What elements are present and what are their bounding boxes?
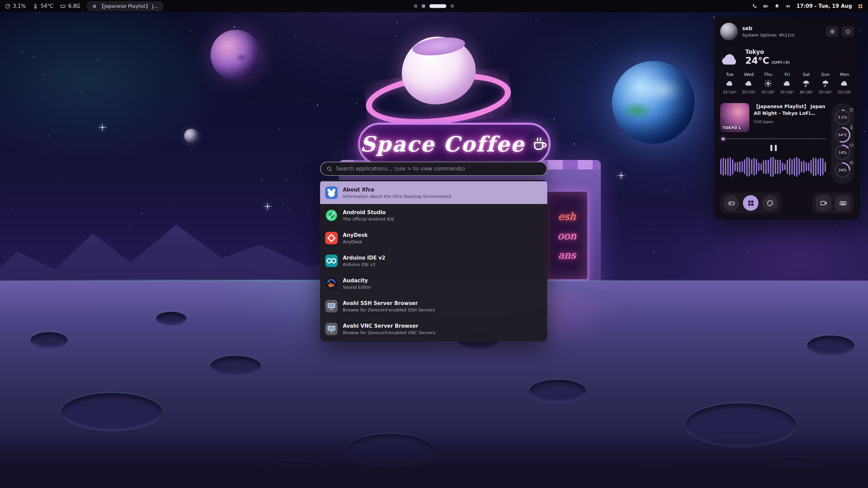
memory-icon: [60, 3, 66, 9]
game-controller-button[interactable]: [724, 195, 739, 211]
launcher-item-arduino[interactable]: Arduino IDE v2 Arduino IDE v2: [320, 249, 547, 272]
cloud-icon: [745, 79, 753, 88]
app-grid-icon[interactable]: [857, 3, 863, 9]
seek-knob[interactable]: [722, 137, 725, 140]
now-playing-pill[interactable]: 【Japanese Playlist】 J...: [87, 2, 163, 11]
workspace-indicator: [414, 4, 454, 8]
app-description: AnyDesk: [343, 239, 368, 244]
palette-button[interactable]: [762, 195, 778, 211]
avatar: [720, 23, 738, 40]
app-name: Arduino IDE v2: [343, 255, 386, 261]
small-moon: [184, 129, 198, 143]
quick-controls: [720, 192, 854, 214]
cloud-icon: [726, 79, 734, 88]
speedometer-icon: [5, 3, 11, 9]
thermometer-icon: [849, 125, 854, 129]
cloud-icon: [783, 79, 791, 88]
audacity-icon: [325, 277, 338, 290]
cpu-stat: 3.1%: [5, 3, 26, 9]
forecast-day: Mon 33°/26°: [835, 72, 854, 94]
launcher-item-avahi-ssh[interactable]: Avahi SSH Server Browser Browse for Zero…: [320, 295, 547, 318]
sparkle-star: [616, 171, 626, 180]
crater: [210, 356, 261, 376]
memory-stat: 6.8G: [60, 3, 80, 9]
sparkle-star: [98, 123, 107, 132]
workspace-dot-4[interactable]: [451, 4, 454, 8]
keyboard-button[interactable]: [835, 195, 851, 211]
volume-icon[interactable]: [785, 3, 791, 9]
workspace-dot-3-active[interactable]: [430, 4, 447, 8]
app-name: AnyDesk: [343, 232, 368, 238]
username: seb: [742, 25, 794, 32]
arduino-icon: [325, 255, 338, 267]
crater: [807, 336, 854, 356]
android-studio-icon: [325, 209, 338, 222]
search-icon: [326, 166, 333, 172]
disk-icon: [849, 160, 854, 165]
bell-icon[interactable]: [774, 3, 780, 9]
pause-icon: [92, 4, 97, 8]
weather-timezone: (GMT+9): [771, 60, 790, 65]
app-description: Sound Editor: [343, 285, 371, 290]
profile-section: seb System Uptime: 4h11m: [720, 23, 854, 40]
forecast-day: Thu 33°/26°: [758, 72, 777, 94]
monitor-icon: [325, 300, 338, 312]
weather-temp: 24°C: [745, 55, 769, 66]
cloud-icon: [720, 50, 740, 65]
forecast-day: Wed 35°/25°: [739, 72, 758, 94]
screen-record-button[interactable]: [816, 195, 831, 211]
purple-planet: [211, 30, 261, 80]
launcher-item-anydesk[interactable]: AnyDesk AnyDesk: [320, 227, 547, 249]
now-playing-label: 【Japanese Playlist】 J...: [99, 3, 158, 9]
coffee-cup-icon: [531, 135, 549, 154]
app-grid-button[interactable]: [743, 195, 758, 211]
clock[interactable]: 17:09 - Tue, 19 Aug: [796, 3, 852, 9]
app-name: Audacity: [343, 278, 371, 284]
anydesk-icon: [325, 232, 338, 244]
app-description: Arduino IDE v2: [343, 262, 386, 267]
track-subtitle: Chill Japan.: [754, 120, 827, 124]
temperature-stat: 54°C: [33, 3, 53, 9]
umbrella-rain-icon: [821, 79, 830, 88]
weather-city: Tokyo: [745, 48, 790, 55]
album-art-text: TOKYO L: [723, 126, 741, 130]
pause-button[interactable]: [763, 145, 784, 151]
launcher-item-avahi-vnc[interactable]: Avahi VNC Server Browser Browse for Zero…: [320, 318, 547, 340]
battery-icon[interactable]: [763, 3, 769, 9]
forecast-day: Tue 33°/24°: [720, 72, 739, 94]
sun-icon: [764, 79, 772, 88]
power-button[interactable]: [842, 26, 854, 37]
speedometer-icon: [849, 107, 854, 112]
system-gauges: 3.1% 54°C 14% 24%: [831, 103, 854, 184]
window-neon-text: ans: [558, 249, 576, 261]
system-stats: 3.1% 54°C 6.8G 【Japanese Playlist】 J...: [5, 2, 163, 11]
sparkle-star: [263, 202, 272, 211]
app-description: Browse for Zeroconf-enabled VNC Servers: [343, 330, 435, 335]
seek-bar[interactable]: [720, 138, 827, 139]
cafe-window: esh oon ans: [545, 190, 589, 281]
thermometer-icon: [33, 3, 38, 9]
memory-icon: [849, 142, 854, 147]
workspace-dot-1[interactable]: [414, 4, 418, 8]
launcher-item-about-xfce[interactable]: About Xfce Information about the Xfce De…: [320, 181, 547, 204]
tray: 17:09 - Tue, 19 Aug: [752, 3, 863, 9]
forecast-row: Tue 33°/24° Wed 35°/25° Thu 33°/26° Fri: [720, 72, 854, 94]
disk-gauge: 24%: [834, 161, 851, 179]
search-input[interactable]: [336, 166, 541, 172]
launcher-item-audacity[interactable]: Audacity Sound Editor: [320, 272, 547, 295]
app-name: Avahi VNC Server Browser: [343, 323, 435, 329]
launcher-item-android-studio[interactable]: Android Studio The official Android IDE: [320, 204, 547, 227]
xfce-logo-icon: [325, 186, 338, 199]
utility-shortcuts: [812, 192, 854, 214]
workspace-dot-2[interactable]: [422, 4, 426, 8]
phone-icon[interactable]: [752, 3, 757, 9]
settings-button[interactable]: [826, 26, 839, 37]
window-neon-text: oon: [557, 230, 576, 242]
crater: [156, 312, 186, 325]
umbrella-rain-icon: [802, 79, 810, 88]
top-bar: 3.1% 54°C 6.8G 【Japanese Playlist】 J...: [0, 0, 868, 12]
app-name: About Xfce: [343, 187, 451, 193]
crater: [31, 332, 68, 348]
memory-value: 6.8G: [68, 3, 80, 9]
forecast-day: Sat 36°/26°: [797, 72, 816, 94]
